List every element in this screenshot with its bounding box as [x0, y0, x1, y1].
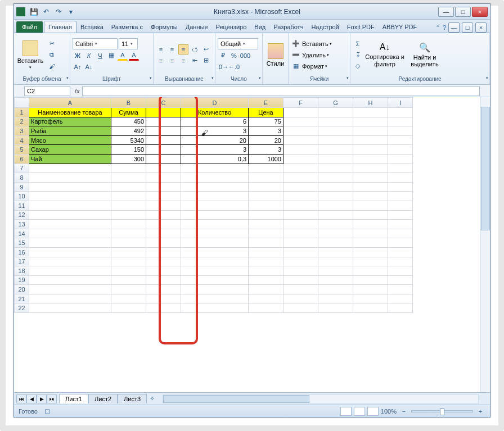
- cell-E10[interactable]: [249, 192, 284, 201]
- row-header-21[interactable]: 21: [15, 294, 29, 303]
- cell-G21[interactable]: [318, 294, 353, 303]
- zoom-out-button[interactable]: −: [399, 406, 409, 416]
- row-header-17[interactable]: 17: [15, 257, 29, 266]
- cell-E1[interactable]: Цена: [249, 108, 284, 117]
- copy-icon[interactable]: ⧉: [47, 50, 57, 60]
- cell-H3[interactable]: [353, 126, 388, 136]
- cell-A6[interactable]: Чай: [29, 154, 111, 164]
- cell-B20[interactable]: [111, 285, 146, 294]
- cell-A13[interactable]: [29, 220, 111, 229]
- redo-icon[interactable]: ↷: [53, 7, 64, 17]
- cell-C2[interactable]: [146, 117, 181, 126]
- col-header-G[interactable]: G: [318, 98, 353, 108]
- cell-H10[interactable]: [353, 192, 388, 201]
- vertical-scrollbar[interactable]: [480, 97, 490, 392]
- sort-filter-button[interactable]: A↓ Сортировка и фильтр: [365, 36, 404, 74]
- cell-C10[interactable]: [146, 192, 181, 201]
- minimize-button[interactable]: —: [438, 7, 454, 17]
- cell-E4[interactable]: 20: [249, 135, 284, 145]
- cell-E7[interactable]: [249, 164, 284, 173]
- cell-G1[interactable]: [318, 108, 353, 117]
- underline-button[interactable]: Ч: [95, 51, 105, 61]
- cell-I22[interactable]: [388, 303, 413, 313]
- format-cells-button[interactable]: Формат: [302, 63, 324, 70]
- cell-G18[interactable]: [318, 266, 353, 276]
- cell-H16[interactable]: [353, 247, 388, 257]
- cell-B17[interactable]: [111, 257, 146, 266]
- cell-B13[interactable]: [111, 220, 146, 229]
- cell-I5[interactable]: [388, 145, 413, 155]
- cell-E15[interactable]: [249, 238, 284, 248]
- cell-C14[interactable]: [146, 229, 181, 238]
- cell-D18[interactable]: [181, 266, 249, 276]
- sheet-tab-1[interactable]: Лист2: [88, 394, 118, 403]
- cell-C1[interactable]: [146, 108, 181, 117]
- cell-D6[interactable]: 0,3: [181, 154, 249, 164]
- fill-icon[interactable]: ↧: [353, 50, 363, 60]
- cell-E3[interactable]: 3: [249, 126, 284, 136]
- cell-B14[interactable]: [111, 229, 146, 238]
- ribbon-tab-5[interactable]: Рецензиро: [212, 21, 251, 33]
- align-top-icon[interactable]: ≡: [156, 44, 166, 55]
- cell-G7[interactable]: [318, 164, 353, 173]
- insert-cells-icon[interactable]: ➕: [291, 39, 301, 49]
- cell-H2[interactable]: [353, 117, 388, 126]
- cell-E2[interactable]: 75: [249, 117, 284, 126]
- cell-B7[interactable]: [111, 164, 146, 173]
- maximize-button[interactable]: □: [455, 7, 471, 17]
- cell-F22[interactable]: [284, 303, 318, 313]
- cell-D17[interactable]: [181, 257, 249, 266]
- cell-F10[interactable]: [284, 192, 318, 201]
- col-header-A[interactable]: A: [29, 98, 111, 108]
- dec-decimal-icon[interactable]: ←.0: [229, 62, 239, 72]
- cell-A14[interactable]: [29, 229, 111, 238]
- ribbon-tab-1[interactable]: Вставка: [76, 21, 107, 33]
- row-header-1[interactable]: 1: [15, 108, 29, 117]
- cell-I19[interactable]: [388, 275, 413, 285]
- sheet-nav-first-icon[interactable]: ⏮: [16, 394, 26, 403]
- cell-E19[interactable]: [249, 275, 284, 285]
- comma-icon[interactable]: 000: [240, 51, 250, 61]
- insert-function-icon[interactable]: fx: [75, 88, 80, 94]
- cell-A1[interactable]: Наименование товара: [29, 108, 111, 117]
- qat-more-icon[interactable]: ▾: [66, 7, 76, 17]
- cell-E20[interactable]: [249, 285, 284, 294]
- cell-G12[interactable]: [318, 210, 353, 220]
- cell-C20[interactable]: [146, 285, 181, 294]
- cell-C16[interactable]: [146, 247, 181, 257]
- ribbon-tab-8[interactable]: Надстрой: [307, 21, 343, 33]
- zoom-value[interactable]: 100%: [381, 408, 397, 415]
- row-header-22[interactable]: 22: [15, 303, 29, 313]
- cell-H11[interactable]: [353, 201, 388, 210]
- cell-I13[interactable]: [388, 220, 413, 229]
- cell-C12[interactable]: [146, 210, 181, 220]
- cell-B19[interactable]: [111, 275, 146, 285]
- ribbon-tab-7[interactable]: Разработч: [269, 21, 307, 33]
- row-header-20[interactable]: 20: [15, 285, 29, 294]
- clear-icon[interactable]: ◇: [353, 61, 363, 71]
- sheet-tab-2[interactable]: Лист3: [118, 394, 147, 403]
- cell-D2[interactable]: 6: [181, 117, 249, 126]
- cell-F3[interactable]: [284, 126, 318, 136]
- cell-H6[interactable]: [353, 154, 388, 164]
- sheet-nav-next-icon[interactable]: ▶: [37, 394, 47, 403]
- border-button[interactable]: ▦: [106, 51, 116, 61]
- cell-F9[interactable]: [284, 182, 318, 192]
- name-box[interactable]: C2: [24, 86, 70, 96]
- cell-I16[interactable]: [388, 247, 413, 257]
- cell-E22[interactable]: [249, 303, 284, 313]
- cell-G16[interactable]: [318, 247, 353, 257]
- cell-G5[interactable]: [318, 145, 353, 155]
- worksheet-grid[interactable]: ABCDEFGHI1Наименование товараСуммаКоличе…: [14, 97, 490, 392]
- find-select-button[interactable]: 🔍 Найти и выделить: [407, 36, 443, 74]
- cell-A4[interactable]: Мясо: [29, 135, 111, 145]
- page-layout-view-button[interactable]: [354, 407, 365, 416]
- align-center-icon[interactable]: ≡: [167, 56, 177, 66]
- cell-H13[interactable]: [353, 220, 388, 229]
- close-button[interactable]: ×: [472, 7, 488, 17]
- cell-E18[interactable]: [249, 266, 284, 276]
- cell-G10[interactable]: [318, 192, 353, 201]
- cell-B22[interactable]: [111, 303, 146, 313]
- cell-G8[interactable]: [318, 173, 353, 183]
- cell-F4[interactable]: [284, 135, 318, 145]
